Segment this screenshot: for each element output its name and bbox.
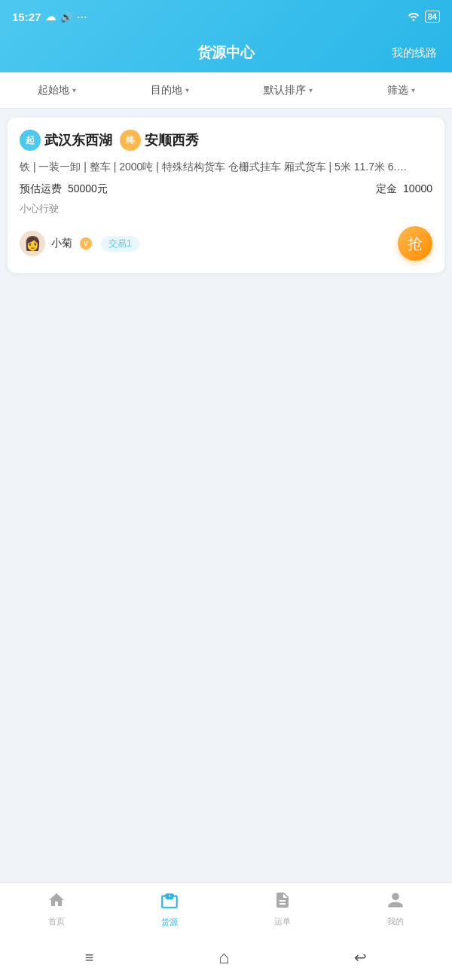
start-city: 武汉东西湖 — [44, 131, 112, 149]
status-time: 15:27 ☁ 🔊 ··· — [12, 11, 87, 23]
cargo-info: 铁 | 一装一卸 | 整车 | 2000吨 | 特殊结构货车 仓栅式挂车 厢式货… — [20, 158, 432, 175]
destination-chevron-icon: ▾ — [185, 86, 189, 94]
route-row: 起 武汉东西湖 终 安顺西秀 — [20, 130, 432, 151]
freight-value: 50000元 — [68, 182, 108, 194]
mine-icon — [386, 891, 405, 914]
time-display: 15:27 — [12, 11, 41, 23]
dots-icon: ··· — [77, 11, 87, 23]
status-right: 84 — [407, 11, 440, 23]
cargo-note: 小心行驶 — [20, 202, 432, 216]
nav-waybill-label: 运单 — [274, 916, 291, 927]
freight-card: 起 武汉东西湖 终 安顺西秀 铁 | 一装一卸 | 整车 | 2000吨 | 特… — [8, 118, 444, 273]
page-title: 货源中心 — [197, 43, 255, 63]
nav-mine-label: 我的 — [387, 916, 404, 927]
nav-waybill[interactable]: 运单 — [260, 891, 305, 927]
grab-icon: 抢 — [408, 234, 423, 254]
username: 小菊 — [51, 237, 72, 250]
grab-button[interactable]: 抢 — [398, 226, 432, 261]
nav-freight-label: 货源 — [161, 917, 178, 928]
screen-filter[interactable]: 筛选 ▾ — [387, 84, 415, 97]
end-city: 安顺西秀 — [145, 131, 199, 149]
card-footer: 👩 小菊 V 交易1 抢 — [20, 226, 432, 261]
destination-filter[interactable]: 目的地 ▾ — [151, 84, 189, 97]
avatar: 👩 — [20, 231, 45, 256]
gesture-bar: ≡ ⌂ ↩ — [0, 935, 452, 980]
origin-filter-label: 起始地 — [38, 84, 69, 97]
volume-icon: 🔊 — [60, 11, 72, 23]
end-tag-icon: 终 — [120, 130, 141, 151]
v-badge: V — [80, 237, 92, 250]
freight-icon — [160, 890, 179, 914]
nav-home-label: 首页 — [48, 916, 65, 927]
screen-chevron-icon: ▾ — [411, 86, 415, 94]
bottom-nav: 首页 货源 运单 我的 — [0, 882, 452, 935]
sort-filter-label: 默认排序 — [264, 84, 306, 97]
origin-chevron-icon: ▾ — [72, 86, 76, 94]
sort-chevron-icon: ▾ — [309, 86, 313, 94]
freight-label: 预估运费 50000元 — [20, 182, 108, 196]
nav-home[interactable]: 首页 — [34, 891, 79, 927]
app-header: 货源中心 我的线路 — [0, 33, 452, 72]
deposit-value: 10000 — [403, 182, 432, 194]
status-bar: 15:27 ☁ 🔊 ··· 84 — [0, 0, 452, 33]
deposit-info: 定金 10000 — [376, 182, 432, 196]
nav-freight[interactable]: 货源 — [147, 890, 192, 928]
back-gesture-btn[interactable]: ↩ — [354, 948, 367, 966]
home-icon — [47, 891, 66, 914]
destination-filter-label: 目的地 — [151, 84, 182, 97]
origin-filter[interactable]: 起始地 ▾ — [38, 84, 76, 97]
sort-filter[interactable]: 默认排序 ▾ — [264, 84, 313, 97]
start-route-tag: 起 武汉东西湖 — [20, 130, 112, 151]
wifi-icon — [407, 11, 420, 23]
battery-indicator: 84 — [425, 11, 440, 23]
start-tag-icon: 起 — [20, 130, 41, 151]
cloud-icon: ☁ — [45, 11, 56, 23]
my-routes-link[interactable]: 我的线路 — [392, 46, 437, 60]
trade-badge: 交易1 — [101, 236, 139, 252]
nav-mine[interactable]: 我的 — [373, 891, 418, 927]
home-gesture-btn[interactable]: ⌂ — [218, 947, 230, 968]
main-content: 起 武汉东西湖 终 安顺西秀 铁 | 一装一卸 | 整车 | 2000吨 | 特… — [0, 109, 452, 897]
screen-filter-label: 筛选 — [387, 84, 408, 97]
price-row: 预估运费 50000元 定金 10000 — [20, 182, 432, 196]
end-route-tag: 终 安顺西秀 — [120, 130, 199, 151]
filter-bar: 起始地 ▾ 目的地 ▾ 默认排序 ▾ 筛选 ▾ — [0, 72, 452, 109]
top-area: 15:27 ☁ 🔊 ··· 84 货源中心 我的线路 — [0, 0, 452, 72]
waybill-icon — [273, 891, 292, 914]
user-info: 👩 小菊 V 交易1 — [20, 231, 139, 256]
menu-gesture-btn[interactable]: ≡ — [85, 949, 94, 966]
